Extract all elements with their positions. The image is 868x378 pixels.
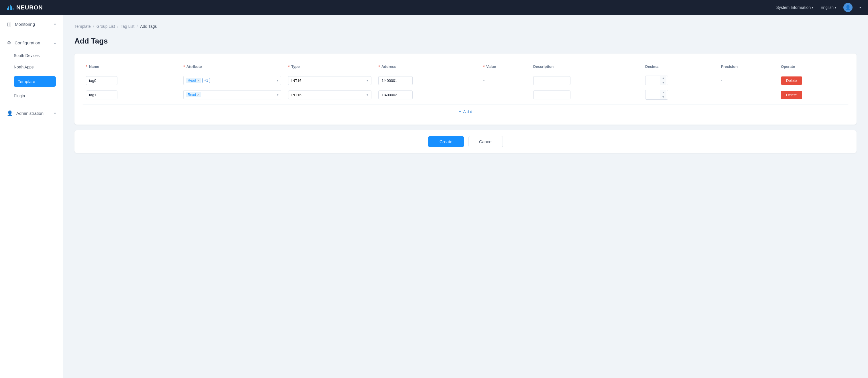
- breadcrumb-group-list[interactable]: Group List: [96, 24, 115, 29]
- cell-value-0: -: [480, 73, 529, 88]
- system-info-dropdown[interactable]: System Information ▾: [776, 5, 814, 10]
- add-row-button[interactable]: + A d d: [83, 104, 848, 119]
- config-chevron-icon: ▴: [54, 41, 56, 45]
- sidebar-item-monitoring[interactable]: ◫ Monitoring ▾: [0, 17, 63, 31]
- value-dash-1: -: [483, 92, 485, 97]
- decimal-up-1[interactable]: ▲: [660, 90, 666, 95]
- decimal-down-1[interactable]: ▼: [660, 95, 666, 99]
- description-input-1[interactable]: [533, 91, 570, 99]
- breadcrumb-current: Add Tags: [140, 24, 157, 29]
- cell-description-0: [530, 73, 642, 88]
- language-dropdown[interactable]: English ▾: [820, 5, 837, 10]
- delete-button-1[interactable]: Delete: [781, 91, 802, 99]
- type-value-0: INT16: [291, 78, 301, 83]
- logo-text: NEURON: [16, 4, 43, 11]
- cell-description-1: [530, 88, 642, 102]
- sidebar-administration-section: 👤 Administration ▾: [0, 104, 63, 123]
- sidebar-administration-label: Administration: [16, 111, 51, 116]
- north-apps-label: North Apps: [14, 65, 33, 69]
- page-title: Add Tags: [74, 37, 857, 45]
- cell-decimal-1: ▲ ▼: [642, 88, 717, 102]
- col-value: * Value: [480, 62, 529, 73]
- name-input-0[interactable]: [86, 76, 117, 85]
- attr-chevron-0: ▾: [277, 79, 279, 83]
- cell-name-0: [83, 73, 180, 88]
- attr-read-close-1[interactable]: ✕: [197, 93, 199, 96]
- plugin-label: Plugin: [14, 94, 25, 98]
- precision-dash-1: -: [721, 92, 722, 97]
- cell-decimal-0: ▲ ▼: [642, 73, 717, 88]
- precision-dash-0: -: [721, 78, 722, 83]
- cell-operate-0: Delete: [777, 73, 848, 88]
- attr-read-label-1: Read: [188, 93, 196, 97]
- breadcrumb: Template / Group List / Tag List / Add T…: [74, 24, 857, 29]
- cancel-button[interactable]: Cancel: [468, 136, 503, 147]
- navbar-right: System Information ▾ English ▾ 👤 ▾: [776, 3, 861, 12]
- logo[interactable]: NEURON: [7, 4, 43, 11]
- cell-attribute-1: Read ✕ ▾: [180, 88, 285, 102]
- col-name: * Name: [83, 62, 180, 73]
- decimal-input-1[interactable]: [646, 92, 660, 98]
- cell-type-0: INT16 ▾: [285, 73, 375, 88]
- system-info-label: System Information: [776, 5, 811, 10]
- attr-read-close-0[interactable]: ✕: [197, 79, 199, 82]
- col-description: Description: [530, 62, 642, 73]
- decimal-input-0[interactable]: [646, 77, 660, 84]
- address-input-0[interactable]: [378, 76, 413, 85]
- user-chevron-icon: ▾: [860, 6, 861, 9]
- type-select-1[interactable]: INT16 ▾: [288, 91, 371, 99]
- breadcrumb-template[interactable]: Template: [74, 24, 91, 29]
- attr-plus-0[interactable]: +1: [203, 78, 210, 83]
- cell-precision-1: -: [717, 88, 777, 102]
- sidebar-item-administration[interactable]: 👤 Administration ▾: [0, 106, 63, 120]
- col-type: * Type: [285, 62, 375, 73]
- logo-icon: [7, 5, 13, 10]
- sidebar-monitoring-section: ◫ Monitoring ▾: [0, 15, 63, 33]
- sidebar-item-south-devices[interactable]: South Devices: [0, 50, 63, 61]
- decimal-up-0[interactable]: ▲: [660, 76, 666, 81]
- attribute-select-1[interactable]: Read ✕ ▾: [183, 90, 281, 99]
- sidebar-item-configuration[interactable]: ⚙ Configuration ▴: [0, 36, 63, 50]
- actions-card: Create Cancel: [74, 130, 857, 153]
- breadcrumb-sep-1: /: [93, 24, 94, 29]
- language-label: English: [820, 5, 834, 10]
- name-input-1[interactable]: [86, 91, 117, 99]
- breadcrumb-tag-list[interactable]: Tag List: [121, 24, 134, 29]
- decimal-wrap-1: ▲ ▼: [645, 90, 668, 100]
- sidebar-item-plugin[interactable]: Plugin: [0, 90, 63, 102]
- table-row: Read ✕ ▾ INT16 ▾: [83, 88, 848, 102]
- system-info-chevron-icon: ▾: [812, 6, 814, 9]
- sidebar-monitoring-label: Monitoring: [15, 22, 51, 27]
- sidebar-item-north-apps[interactable]: North Apps: [0, 61, 63, 73]
- type-select-0[interactable]: INT16 ▾: [288, 76, 371, 85]
- tags-card: * Name * Attribute * Type * Address: [74, 54, 857, 125]
- description-input-0[interactable]: [533, 76, 570, 85]
- type-chevron-1: ▾: [367, 93, 368, 97]
- admin-icon: 👤: [7, 110, 13, 116]
- decimal-down-0[interactable]: ▼: [660, 81, 666, 85]
- user-avatar[interactable]: 👤: [843, 3, 852, 12]
- type-chevron-0: ▾: [367, 79, 368, 83]
- attr-chevron-1: ▾: [277, 93, 279, 97]
- cell-name-1: [83, 88, 180, 102]
- add-icon: +: [459, 109, 461, 114]
- navbar: NEURON System Information ▾ English ▾ 👤 …: [0, 0, 868, 15]
- col-operate: Operate: [777, 62, 848, 73]
- attribute-select-0[interactable]: Read ✕ +1 ▾: [183, 76, 281, 85]
- add-row-label: A d d: [463, 109, 472, 114]
- monitor-icon: ◫: [7, 21, 11, 27]
- table-header: * Name * Attribute * Type * Address: [83, 62, 848, 73]
- south-devices-label: South Devices: [14, 53, 39, 58]
- config-icon: ⚙: [7, 40, 11, 46]
- cell-address-0: [375, 73, 480, 88]
- cell-type-1: INT16 ▾: [285, 88, 375, 102]
- sidebar-configuration-label: Configuration: [14, 40, 51, 45]
- decimal-arrows-0: ▲ ▼: [660, 76, 666, 85]
- sidebar-item-template-active[interactable]: Template: [14, 76, 56, 87]
- create-button[interactable]: Create: [428, 136, 464, 147]
- user-dropdown[interactable]: ▾: [860, 6, 861, 9]
- delete-button-0[interactable]: Delete: [781, 76, 802, 85]
- value-dash-0: -: [483, 78, 485, 83]
- address-input-1[interactable]: [378, 91, 413, 99]
- sidebar-item-template[interactable]: Template: [0, 73, 63, 90]
